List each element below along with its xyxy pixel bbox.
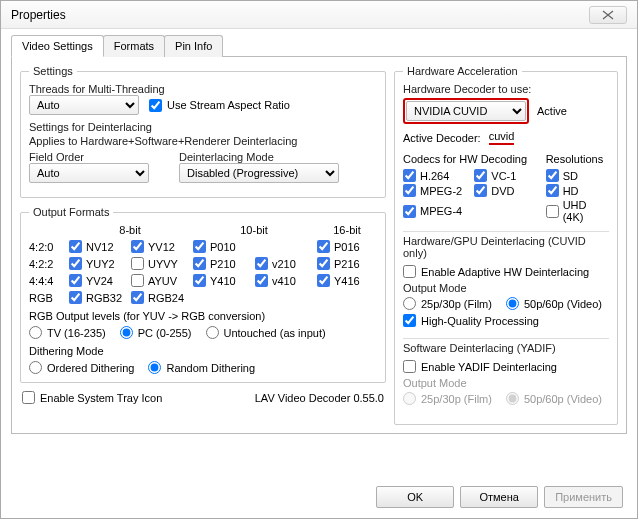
row-422: 4:2:2 xyxy=(29,258,67,270)
close-icon xyxy=(601,10,615,20)
gpu-deint-checkbox[interactable]: Enable Adaptive HW Deinterlacing xyxy=(403,265,589,278)
row-420: 4:2:0 xyxy=(29,241,67,253)
tab-pin-info[interactable]: Pin Info xyxy=(164,35,223,57)
active-decoder-value: cuvid xyxy=(489,130,515,145)
dither-ordered-radio[interactable]: Ordered Dithering xyxy=(29,361,134,374)
cancel-button[interactable]: Отмена xyxy=(460,486,538,508)
header-10bit: 10-bit xyxy=(193,224,315,236)
cb-y410[interactable]: Y410 xyxy=(193,274,253,287)
cb-v210[interactable]: v210 xyxy=(255,257,315,270)
gpu-deint-label: Hardware/GPU Deinterlacing (CUVID only) xyxy=(403,235,609,259)
cb-y416[interactable]: Y416 xyxy=(317,274,377,287)
stream-aspect-label: Use Stream Aspect Ratio xyxy=(167,99,290,111)
settings-legend: Settings xyxy=(29,65,77,77)
rgb-pc-radio[interactable]: PC (0-255) xyxy=(120,326,192,339)
cb-mpeg4[interactable]: MPEG-4 xyxy=(403,199,466,223)
codecs-header: Codecs for HW Decoding xyxy=(403,153,538,165)
hw-decoder-select[interactable]: NVIDIA CUVID xyxy=(406,101,526,121)
cb-uyvy[interactable]: UYVY xyxy=(131,257,191,270)
ok-button[interactable]: OK xyxy=(376,486,454,508)
om2-film-radio: 25p/30p (Film) xyxy=(403,392,492,405)
cb-sd[interactable]: SD xyxy=(546,169,609,182)
output-mode-label-disabled: Output Mode xyxy=(403,377,609,389)
deint-mode-select[interactable]: Disabled (Progressive) xyxy=(179,163,339,183)
cb-v410[interactable]: v410 xyxy=(255,274,315,287)
output-formats-legend: Output Formats xyxy=(29,206,113,218)
cb-ayuv[interactable]: AYUV xyxy=(131,274,191,287)
stream-aspect-checkbox[interactable]: Use Stream Aspect Ratio xyxy=(149,99,290,112)
hw-active-word: Active xyxy=(537,105,567,117)
active-decoder-label: Active Decoder: xyxy=(403,132,481,144)
output-mode-label: Output Mode xyxy=(403,282,609,294)
hw-accel-group: Hardware Acceleration Hardware Decoder t… xyxy=(394,65,618,425)
header-8bit: 8-bit xyxy=(69,224,191,236)
cb-h264[interactable]: H.264 xyxy=(403,169,466,182)
cb-vc1[interactable]: VC-1 xyxy=(474,169,537,182)
tray-icon-label: Enable System Tray Icon xyxy=(40,392,162,404)
deint-mode-label: Deinterlacing Mode xyxy=(179,151,339,163)
deint-settings-label: Settings for Deinterlacing xyxy=(29,121,377,133)
cb-mpeg2[interactable]: MPEG-2 xyxy=(403,184,466,197)
cb-p210[interactable]: P210 xyxy=(193,257,253,270)
cb-dvd[interactable]: DVD xyxy=(474,184,537,197)
cb-rgb32[interactable]: RGB32 xyxy=(69,291,129,304)
close-button[interactable] xyxy=(589,6,627,24)
tab-formats[interactable]: Formats xyxy=(103,35,165,57)
cb-yuy2[interactable]: YUY2 xyxy=(69,257,129,270)
version-label: LAV Video Decoder 0.55.0 xyxy=(255,392,384,404)
cb-yv24[interactable]: YV24 xyxy=(69,274,129,287)
tray-icon-checkbox[interactable]: Enable System Tray Icon xyxy=(22,391,162,404)
sw-deint-checkbox[interactable]: Enable YADIF Deinterlacing xyxy=(403,360,557,373)
om-video-radio[interactable]: 50p/60p (Video) xyxy=(506,297,602,310)
deint-note: Applies to Hardware+Software+Renderer De… xyxy=(29,135,377,147)
field-order-label: Field Order xyxy=(29,151,149,163)
window-title: Properties xyxy=(11,8,66,22)
dither-random-radio[interactable]: Random Dithering xyxy=(148,361,255,374)
cb-rgb24[interactable]: RGB24 xyxy=(131,291,191,304)
res-header: Resolutions xyxy=(546,153,609,165)
hw-decoder-label: Hardware Decoder to use: xyxy=(403,83,609,95)
dither-label: Dithering Mode xyxy=(29,345,377,357)
cb-yv12[interactable]: YV12 xyxy=(131,240,191,253)
sw-deint-label: Software Deinterlacing (YADIF) xyxy=(403,342,609,354)
rgb-tv-radio[interactable]: TV (16-235) xyxy=(29,326,106,339)
header-16bit: 16-bit xyxy=(317,224,377,236)
tab-video-settings[interactable]: Video Settings xyxy=(11,35,104,57)
threads-label: Threads for Multi-Threading xyxy=(29,83,377,95)
cb-nv12[interactable]: NV12 xyxy=(69,240,129,253)
row-444: 4:4:4 xyxy=(29,275,67,287)
output-formats-group: Output Formats 8-bit 10-bit 16-bit 4:2:0… xyxy=(20,206,386,383)
om2-video-radio: 50p/60p (Video) xyxy=(506,392,602,405)
cb-p016[interactable]: P016 xyxy=(317,240,377,253)
apply-button[interactable]: Применить xyxy=(544,486,623,508)
cb-p216[interactable]: P216 xyxy=(317,257,377,270)
threads-select[interactable]: Auto xyxy=(29,95,139,115)
cb-p010[interactable]: P010 xyxy=(193,240,253,253)
settings-group: Settings Threads for Multi-Threading Aut… xyxy=(20,65,386,198)
om-film-radio[interactable]: 25p/30p (Film) xyxy=(403,297,492,310)
row-rgb: RGB xyxy=(29,292,67,304)
field-order-select[interactable]: Auto xyxy=(29,163,149,183)
hq-checkbox[interactable]: High-Quality Processing xyxy=(403,314,539,327)
hw-accel-legend: Hardware Acceleration xyxy=(403,65,522,77)
cb-hd[interactable]: HD xyxy=(546,184,609,197)
cb-uhd[interactable]: UHD (4K) xyxy=(546,199,609,223)
rgb-levels-label: RGB Output levels (for YUV -> RGB conver… xyxy=(29,310,377,322)
rgb-untouched-radio[interactable]: Untouched (as input) xyxy=(206,326,326,339)
